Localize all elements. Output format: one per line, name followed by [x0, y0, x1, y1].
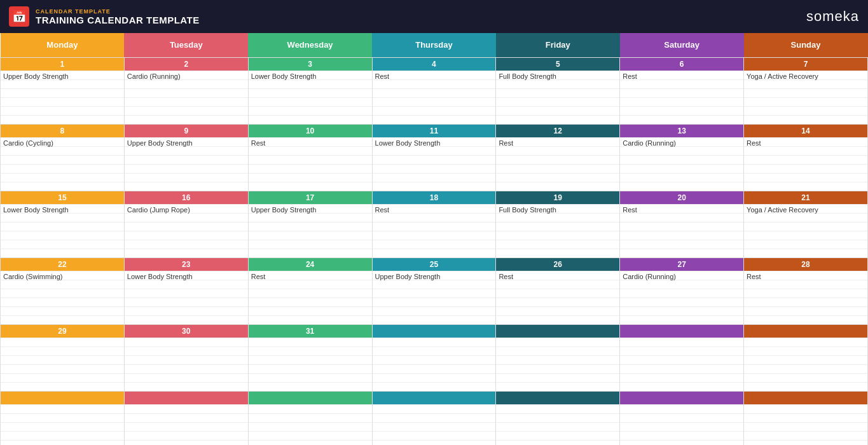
- empty-line-w1-d3-4: [249, 115, 372, 124]
- empty-line-w4-d4-4: [373, 315, 496, 324]
- empty-line-w3-d2-0: [125, 213, 248, 222]
- date-number-w5-d6: [620, 325, 743, 338]
- empty-line-w4-d1-3: [1, 306, 124, 315]
- empty-line-w5-d3-3: [249, 373, 372, 382]
- date-number-w5-d5: [496, 325, 619, 338]
- empty-line-w3-d1-0: [1, 213, 124, 222]
- empty-line-w1-d4-2: [373, 97, 496, 106]
- empty-line-w1-d5-1: [496, 88, 619, 97]
- day-cell-w5-d7: [744, 324, 868, 391]
- day-cell-w1-d1: 1Upper Body Strength: [1, 57, 125, 124]
- empty-line-w5-d4-2: [373, 364, 496, 373]
- empty-line-w3-d6-1: [620, 222, 743, 231]
- empty-line-w3-d1-3: [1, 240, 124, 249]
- day-cell-w3-d1: 15Lower Body Strength: [1, 191, 125, 257]
- empty-line-w5-d1-1: [1, 355, 124, 364]
- empty-line-w4-d3-2: [249, 298, 372, 306]
- activity-w3-d1: Lower Body Strength: [1, 204, 124, 213]
- activity-w2-d6: Cardio (Running): [620, 137, 743, 146]
- date-number-w2-d5: 12: [496, 125, 619, 137]
- empty-line-w2-d1-4: [1, 182, 124, 191]
- empty-line-w1-d2-2: [125, 97, 248, 106]
- empty-line-w5-d5-2: [496, 364, 619, 373]
- day-cell-w2-d2: 9Upper Body Strength: [124, 124, 248, 191]
- empty-line-w4-d3-3: [249, 306, 372, 315]
- empty-line-w6-d6-0: [620, 413, 743, 422]
- empty-line-w2-d7-4: [744, 182, 867, 191]
- header-sunday: Sunday: [744, 33, 868, 57]
- date-number-w3-d7: 21: [744, 191, 867, 204]
- empty-line-w5-d3-2: [249, 364, 372, 373]
- empty-line-w4-d2-0: [125, 280, 248, 289]
- empty-line-w1-d6-3: [620, 106, 743, 115]
- week-row-2: 8Cardio (Cycling)9Upper Body Strength10R…: [1, 124, 868, 191]
- empty-line-w6-d7-2: [744, 431, 867, 440]
- empty-line-w4-d4-3: [373, 306, 496, 315]
- date-number-w4-d1: 22: [1, 258, 124, 271]
- date-number-w4-d7: 28: [744, 258, 867, 271]
- empty-line-w6-d2-1: [125, 422, 248, 431]
- date-number-w2-d7: 14: [744, 125, 867, 137]
- date-number-w3-d4: 18: [373, 191, 496, 204]
- empty-line-w3-d4-2: [373, 231, 496, 240]
- empty-line-w1-d1-0: [1, 79, 124, 88]
- date-number-w5-d2: 30: [125, 325, 248, 338]
- empty-line-w2-d4-0: [373, 146, 496, 155]
- day-cell-w1-d3: 3Lower Body Strength: [248, 57, 372, 124]
- empty-line-w4-d7-2: [744, 298, 867, 306]
- empty-line-w5-d7-2: [744, 364, 867, 373]
- date-number-w1-d2: 2: [125, 58, 248, 71]
- date-number-w4-d5: 26: [496, 258, 619, 271]
- activity-w6-d1: [1, 404, 124, 413]
- date-number-w6-d6: [620, 392, 743, 404]
- empty-line-w2-d3-0: [249, 146, 372, 155]
- header-text: CALENDAR TEMPLATE TRAINING CALENDAR TEMP…: [36, 8, 200, 25]
- date-number-w4-d2: 23: [125, 258, 248, 271]
- date-number-w6-d3: [249, 392, 372, 404]
- empty-line-w2-d2-4: [125, 182, 248, 191]
- empty-line-w2-d4-3: [373, 173, 496, 182]
- empty-line-w2-d5-1: [496, 155, 619, 164]
- date-number-w3-d6: 20: [620, 191, 743, 204]
- day-cell-w5-d6: [620, 324, 744, 391]
- empty-line-w1-d5-4: [496, 115, 619, 124]
- calendar-icon: 📅: [9, 6, 29, 27]
- header-title: TRAINING CALENDAR TEMPLATE: [36, 15, 200, 25]
- activity-w5-d7: [744, 338, 867, 346]
- empty-line-w4-d3-0: [249, 280, 372, 289]
- empty-line-w3-d5-2: [496, 231, 619, 240]
- date-number-w1-d5: 5: [496, 58, 619, 71]
- activity-w1-d2: Cardio (Running): [125, 71, 248, 79]
- day-cell-w6-d4: [372, 391, 496, 445]
- header-wednesday: Wednesday: [248, 33, 372, 57]
- activity-w1-d4: Rest: [373, 71, 496, 79]
- empty-line-w5-d3-1: [249, 355, 372, 364]
- empty-line-w3-d4-0: [373, 213, 496, 222]
- date-number-w2-d3: 10: [249, 125, 372, 137]
- empty-line-w3-d2-1: [125, 222, 248, 231]
- empty-line-w4-d1-1: [1, 289, 124, 298]
- activity-w4-d2: Lower Body Strength: [125, 271, 248, 280]
- empty-line-w1-d2-4: [125, 115, 248, 124]
- day-cell-w3-d4: 18Rest: [372, 191, 496, 257]
- empty-line-w4-d5-0: [496, 280, 619, 289]
- empty-line-w6-d4-0: [373, 413, 496, 422]
- empty-line-w1-d5-2: [496, 97, 619, 106]
- empty-line-w2-d3-4: [249, 182, 372, 191]
- date-number-w1-d6: 6: [620, 58, 743, 71]
- day-cell-w1-d5: 5Full Body Strength: [496, 57, 620, 124]
- empty-line-w5-d3-0: [249, 346, 372, 355]
- day-cell-w1-d4: 4Rest: [372, 57, 496, 124]
- empty-line-w1-d5-0: [496, 79, 619, 88]
- header-sub-label: CALENDAR TEMPLATE: [36, 8, 200, 15]
- empty-line-w5-d7-0: [744, 346, 867, 355]
- day-cell-w3-d7: 21Yoga / Active Recovery: [744, 191, 868, 257]
- empty-line-w2-d3-1: [249, 155, 372, 164]
- activity-w4-d6: Cardio (Running): [620, 271, 743, 280]
- empty-line-w4-d6-0: [620, 280, 743, 289]
- header-friday: Friday: [496, 33, 620, 57]
- day-cell-w5-d3: 31: [248, 324, 372, 391]
- activity-w1-d1: Upper Body Strength: [1, 71, 124, 79]
- empty-line-w4-d2-2: [125, 298, 248, 306]
- activity-w5-d4: [373, 338, 496, 346]
